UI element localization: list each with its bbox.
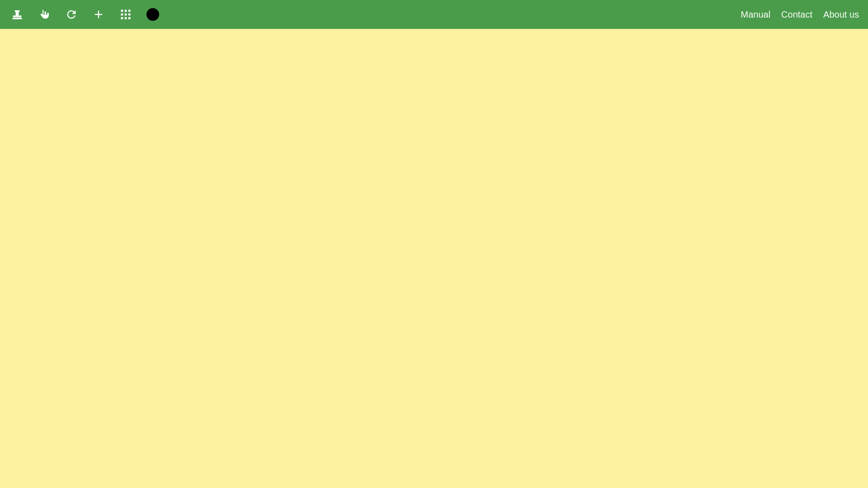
color-circle [146,8,159,21]
svg-rect-8 [125,14,127,16]
navbar: Manual Contact About us [0,0,868,29]
svg-rect-1 [13,18,22,19]
svg-rect-5 [125,10,127,12]
svg-rect-12 [128,17,131,19]
about-us-link[interactable]: About us [823,9,859,20]
add-icon[interactable] [90,6,107,23]
svg-rect-0 [13,15,22,17]
main-content [0,29,868,488]
svg-rect-11 [125,17,127,19]
contact-link[interactable]: Contact [781,9,812,20]
svg-rect-2 [16,11,19,15]
refresh-icon[interactable] [63,6,80,23]
manual-link[interactable]: Manual [741,9,771,20]
svg-rect-3 [14,10,20,12]
svg-rect-6 [128,10,131,12]
navbar-left [9,6,161,23]
color-picker-icon[interactable] [145,6,161,23]
svg-rect-9 [128,14,131,16]
svg-rect-7 [121,14,123,16]
hand-icon[interactable] [36,6,52,23]
stamp-icon[interactable] [9,6,25,23]
svg-rect-4 [121,10,123,12]
grid-icon[interactable] [118,6,134,23]
navbar-right: Manual Contact About us [741,9,859,20]
svg-rect-10 [121,17,123,19]
